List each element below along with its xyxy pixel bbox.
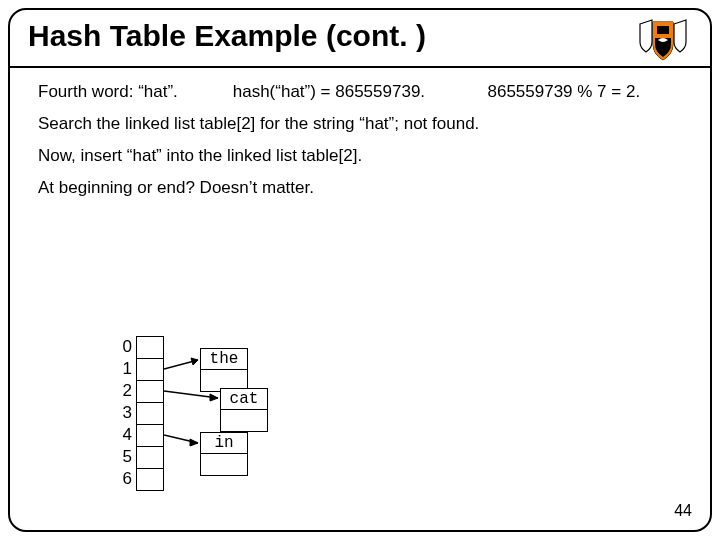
text-line-3: Now, insert “hat” into the linked list t… (38, 146, 682, 166)
text-mod: 865559739 % 7 = 2. (487, 82, 640, 102)
page-number: 44 (674, 502, 692, 520)
slide-frame: Hash Table Example (cont. ) Fourth word:… (8, 8, 712, 532)
table-cell (136, 381, 164, 403)
index-label: 4 (118, 424, 132, 446)
index-label: 5 (118, 446, 132, 468)
text-line-2: Search the linked list table[2] for the … (38, 114, 682, 134)
node-ptr (220, 410, 268, 432)
index-label: 3 (118, 402, 132, 424)
text-line-4: At beginning or end? Doesn’t matter. (38, 178, 682, 198)
crest-icon (638, 18, 688, 62)
slide-title: Hash Table Example (cont. ) (28, 18, 426, 54)
node-word: cat (220, 388, 268, 410)
node-in: in (200, 432, 248, 476)
table-cell (136, 359, 164, 381)
slide-body: Fourth word: “hat”. hash(“hat”) = 865559… (10, 68, 710, 218)
svg-marker-2 (191, 358, 198, 365)
text-line-1: Fourth word: “hat”. hash(“hat”) = 865559… (38, 82, 682, 102)
table-cell (136, 425, 164, 447)
svg-marker-4 (210, 394, 218, 401)
node-word: the (200, 348, 248, 370)
svg-marker-6 (190, 439, 198, 446)
table-cell (136, 403, 164, 425)
node-ptr (200, 454, 248, 476)
index-label: 1 (118, 358, 132, 380)
index-label: 0 (118, 336, 132, 358)
text-hash: hash(“hat”) = 865559739. (233, 82, 483, 102)
index-column: 0 1 2 3 4 5 6 (118, 336, 132, 490)
svg-rect-0 (657, 26, 669, 34)
hash-diagram: 0 1 2 3 4 5 6 (118, 336, 418, 506)
text-word: Fourth word: “hat”. (38, 82, 228, 102)
table-cell (136, 337, 164, 359)
node-the: the (200, 348, 248, 392)
title-area: Hash Table Example (cont. ) (10, 10, 710, 68)
index-label: 6 (118, 468, 132, 490)
table-cell (136, 447, 164, 469)
table-column (136, 336, 164, 491)
index-label: 2 (118, 380, 132, 402)
table-cell (136, 469, 164, 491)
node-word: in (200, 432, 248, 454)
node-cat: cat (220, 388, 268, 432)
